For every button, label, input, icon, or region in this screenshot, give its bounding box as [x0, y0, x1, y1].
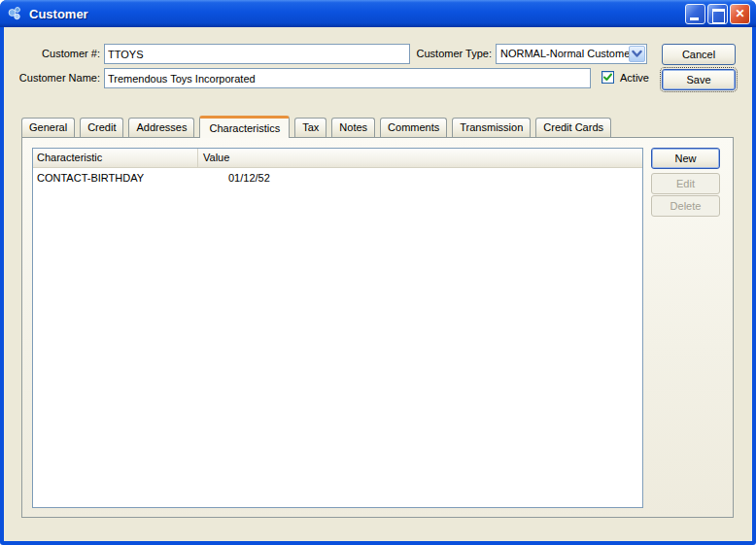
tab-characteristics[interactable]: Characteristics	[199, 116, 290, 138]
table-header: CharacteristicValue	[33, 149, 642, 168]
customer-number-label: Customer #:	[12, 44, 100, 64]
maximize-button[interactable]	[707, 4, 728, 24]
new-button[interactable]: New	[651, 148, 720, 169]
column-header-value[interactable]: Value	[198, 149, 642, 167]
cell-characteristic: CONTACT-BIRTHDAY	[33, 168, 199, 187]
window-controls	[685, 4, 750, 24]
close-button[interactable]	[730, 4, 750, 24]
tab-bar: GeneralCreditAddressesCharacteristicsTax…	[21, 116, 616, 138]
table-body: CONTACT-BIRTHDAY01/12/52	[33, 168, 642, 187]
active-checkbox[interactable]	[601, 71, 614, 84]
tab-addresses[interactable]: Addresses	[128, 118, 194, 137]
chevron-down-icon[interactable]	[629, 46, 645, 62]
active-label: Active	[620, 68, 649, 88]
customer-type-value: NORMAL-Normal Customers	[500, 45, 638, 63]
minimize-button[interactable]	[685, 4, 705, 24]
column-header-characteristic[interactable]: Characteristic	[33, 149, 198, 167]
tab-transmission[interactable]: Transmission	[452, 118, 531, 137]
table-row[interactable]: CONTACT-BIRTHDAY01/12/52	[33, 168, 642, 187]
dialog-body: Customer #: Customer Type: NORMAL-Normal…	[4, 27, 752, 541]
cancel-button[interactable]: Cancel	[662, 44, 736, 65]
customer-type-select[interactable]: NORMAL-Normal Customers	[496, 44, 647, 64]
checkmark-icon	[602, 72, 613, 83]
tab-comments[interactable]: Comments	[380, 118, 447, 137]
delete-button[interactable]: Delete	[651, 195, 720, 217]
window-title: Customer	[29, 7, 88, 21]
cell-value: 01/12/52	[199, 168, 642, 187]
save-button[interactable]: Save	[662, 69, 736, 90]
customer-type-label: Customer Type:	[400, 44, 492, 64]
tab-tax[interactable]: Tax	[294, 118, 326, 137]
tab-credit-cards[interactable]: Credit Cards	[535, 118, 611, 137]
customer-number-input[interactable]	[104, 44, 410, 64]
customer-name-label: Customer Name:	[8, 68, 100, 88]
app-molecule-icon	[7, 6, 23, 22]
edit-button[interactable]: Edit	[651, 173, 720, 194]
tab-general[interactable]: General	[21, 118, 75, 137]
customer-name-input[interactable]	[104, 68, 591, 88]
customer-window: Customer Customer #: Customer Type: NORM…	[0, 0, 756, 545]
tab-credit[interactable]: Credit	[80, 118, 123, 137]
characteristics-table: CharacteristicValue CONTACT-BIRTHDAY01/1…	[32, 148, 643, 508]
tab-notes[interactable]: Notes	[331, 118, 375, 137]
titlebar[interactable]: Customer	[0, 0, 756, 27]
